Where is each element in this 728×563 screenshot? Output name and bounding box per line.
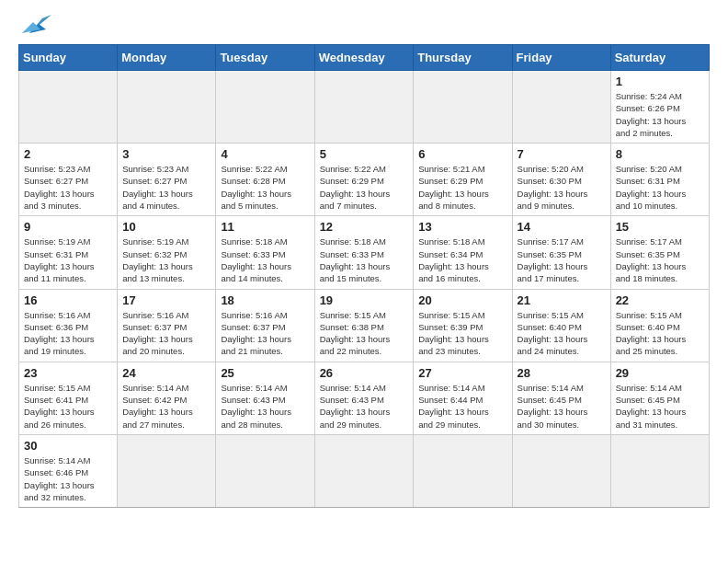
day-info: Sunrise: 5:17 AM Sunset: 6:35 PM Dayligh… bbox=[616, 236, 704, 284]
day-info: Sunrise: 5:19 AM Sunset: 6:32 PM Dayligh… bbox=[122, 236, 210, 284]
calendar-cell: 9Sunrise: 5:19 AM Sunset: 6:31 PM Daylig… bbox=[19, 216, 118, 289]
day-number: 16 bbox=[24, 293, 112, 307]
calendar-cell: 28Sunrise: 5:14 AM Sunset: 6:45 PM Dayli… bbox=[512, 362, 610, 434]
day-number: 4 bbox=[221, 147, 309, 161]
day-info: Sunrise: 5:15 AM Sunset: 6:39 PM Dayligh… bbox=[418, 309, 506, 358]
calendar-cell: 16Sunrise: 5:16 AM Sunset: 6:36 PM Dayli… bbox=[19, 289, 118, 362]
calendar-header-thursday: Thursday bbox=[414, 45, 512, 71]
day-number: 17 bbox=[122, 293, 210, 307]
calendar-cell bbox=[512, 434, 610, 507]
day-number: 25 bbox=[221, 366, 309, 380]
calendar-week-2: 2Sunrise: 5:23 AM Sunset: 6:27 PM Daylig… bbox=[19, 144, 710, 216]
day-info: Sunrise: 5:17 AM Sunset: 6:35 PM Dayligh… bbox=[518, 236, 606, 284]
calendar-cell: 12Sunrise: 5:18 AM Sunset: 6:33 PM Dayli… bbox=[314, 216, 414, 289]
day-info: Sunrise: 5:20 AM Sunset: 6:31 PM Dayligh… bbox=[616, 163, 704, 212]
calendar-week-5: 23Sunrise: 5:15 AM Sunset: 6:41 PM Dayli… bbox=[19, 362, 710, 434]
calendar-header-tuesday: Tuesday bbox=[216, 45, 314, 71]
calendar-cell: 17Sunrise: 5:16 AM Sunset: 6:37 PM Dayli… bbox=[118, 289, 216, 362]
calendar-cell: 6Sunrise: 5:21 AM Sunset: 6:29 PM Daylig… bbox=[414, 144, 512, 216]
calendar-cell: 4Sunrise: 5:22 AM Sunset: 6:28 PM Daylig… bbox=[216, 144, 314, 216]
day-info: Sunrise: 5:14 AM Sunset: 6:44 PM Dayligh… bbox=[418, 382, 506, 431]
calendar-cell: 22Sunrise: 5:15 AM Sunset: 6:40 PM Dayli… bbox=[610, 289, 709, 362]
day-info: Sunrise: 5:20 AM Sunset: 6:30 PM Dayligh… bbox=[518, 163, 606, 212]
day-number: 24 bbox=[122, 366, 210, 380]
calendar-header-sunday: Sunday bbox=[19, 45, 118, 71]
logo-icon bbox=[22, 15, 51, 37]
calendar-cell: 25Sunrise: 5:14 AM Sunset: 6:43 PM Dayli… bbox=[216, 362, 314, 434]
calendar-cell: 14Sunrise: 5:17 AM Sunset: 6:35 PM Dayli… bbox=[512, 216, 610, 289]
day-info: Sunrise: 5:16 AM Sunset: 6:36 PM Dayligh… bbox=[24, 309, 112, 358]
calendar-cell: 24Sunrise: 5:14 AM Sunset: 6:42 PM Dayli… bbox=[118, 362, 216, 434]
calendar-header-wednesday: Wednesday bbox=[314, 45, 414, 71]
day-info: Sunrise: 5:18 AM Sunset: 6:34 PM Dayligh… bbox=[418, 236, 506, 284]
day-info: Sunrise: 5:21 AM Sunset: 6:29 PM Dayligh… bbox=[418, 163, 506, 212]
calendar-cell bbox=[118, 434, 216, 507]
day-info: Sunrise: 5:18 AM Sunset: 6:33 PM Dayligh… bbox=[320, 236, 409, 284]
day-info: Sunrise: 5:14 AM Sunset: 6:43 PM Dayligh… bbox=[320, 382, 409, 431]
day-number: 6 bbox=[418, 147, 506, 161]
day-number: 15 bbox=[616, 220, 704, 234]
day-info: Sunrise: 5:16 AM Sunset: 6:37 PM Dayligh… bbox=[221, 309, 309, 358]
day-info: Sunrise: 5:15 AM Sunset: 6:40 PM Dayligh… bbox=[616, 309, 704, 358]
calendar-cell: 26Sunrise: 5:14 AM Sunset: 6:43 PM Dayli… bbox=[314, 362, 414, 434]
calendar-cell bbox=[314, 434, 414, 507]
calendar-cell bbox=[118, 71, 216, 144]
day-info: Sunrise: 5:14 AM Sunset: 6:42 PM Dayligh… bbox=[122, 382, 210, 431]
calendar-cell: 11Sunrise: 5:18 AM Sunset: 6:33 PM Dayli… bbox=[216, 216, 314, 289]
logo bbox=[18, 15, 51, 37]
calendar-cell bbox=[216, 71, 314, 144]
calendar-cell: 19Sunrise: 5:15 AM Sunset: 6:38 PM Dayli… bbox=[314, 289, 414, 362]
calendar-cell bbox=[216, 434, 314, 507]
day-info: Sunrise: 5:14 AM Sunset: 6:45 PM Dayligh… bbox=[616, 382, 704, 431]
page-header bbox=[18, 15, 710, 37]
day-number: 12 bbox=[320, 220, 409, 234]
calendar-cell bbox=[414, 434, 512, 507]
day-number: 8 bbox=[616, 147, 704, 161]
day-number: 27 bbox=[418, 366, 506, 380]
calendar-cell: 15Sunrise: 5:17 AM Sunset: 6:35 PM Dayli… bbox=[610, 216, 709, 289]
calendar-cell: 3Sunrise: 5:23 AM Sunset: 6:27 PM Daylig… bbox=[118, 144, 216, 216]
day-info: Sunrise: 5:22 AM Sunset: 6:28 PM Dayligh… bbox=[221, 163, 309, 212]
calendar-header-monday: Monday bbox=[118, 45, 216, 71]
calendar-header-row: SundayMondayTuesdayWednesdayThursdayFrid… bbox=[19, 45, 710, 71]
day-info: Sunrise: 5:22 AM Sunset: 6:29 PM Dayligh… bbox=[320, 163, 409, 212]
day-number: 29 bbox=[616, 366, 704, 380]
calendar-cell: 1Sunrise: 5:24 AM Sunset: 6:26 PM Daylig… bbox=[610, 71, 709, 144]
day-number: 5 bbox=[320, 147, 409, 161]
day-info: Sunrise: 5:15 AM Sunset: 6:38 PM Dayligh… bbox=[320, 309, 409, 358]
day-number: 22 bbox=[616, 293, 704, 307]
day-number: 1 bbox=[616, 75, 704, 88]
calendar-cell: 27Sunrise: 5:14 AM Sunset: 6:44 PM Dayli… bbox=[414, 362, 512, 434]
calendar-cell bbox=[314, 71, 414, 144]
calendar-cell bbox=[610, 434, 709, 507]
calendar-cell: 7Sunrise: 5:20 AM Sunset: 6:30 PM Daylig… bbox=[512, 144, 610, 216]
day-number: 23 bbox=[24, 366, 112, 380]
day-number: 14 bbox=[518, 220, 606, 234]
day-number: 11 bbox=[221, 220, 309, 234]
day-info: Sunrise: 5:15 AM Sunset: 6:41 PM Dayligh… bbox=[24, 382, 112, 431]
calendar-cell bbox=[414, 71, 512, 144]
day-number: 13 bbox=[418, 220, 506, 234]
day-info: Sunrise: 5:23 AM Sunset: 6:27 PM Dayligh… bbox=[24, 163, 112, 212]
day-info: Sunrise: 5:18 AM Sunset: 6:33 PM Dayligh… bbox=[221, 236, 309, 284]
calendar-cell: 20Sunrise: 5:15 AM Sunset: 6:39 PM Dayli… bbox=[414, 289, 512, 362]
day-number: 7 bbox=[518, 147, 606, 161]
day-info: Sunrise: 5:24 AM Sunset: 6:26 PM Dayligh… bbox=[616, 90, 704, 139]
day-number: 10 bbox=[122, 220, 210, 234]
day-number: 26 bbox=[320, 366, 409, 380]
calendar-cell: 18Sunrise: 5:16 AM Sunset: 6:37 PM Dayli… bbox=[216, 289, 314, 362]
day-number: 9 bbox=[24, 220, 112, 234]
calendar-cell: 30Sunrise: 5:14 AM Sunset: 6:46 PM Dayli… bbox=[19, 434, 118, 507]
day-info: Sunrise: 5:14 AM Sunset: 6:43 PM Dayligh… bbox=[221, 382, 309, 431]
calendar-week-6: 30Sunrise: 5:14 AM Sunset: 6:46 PM Dayli… bbox=[19, 434, 710, 507]
calendar-table: SundayMondayTuesdayWednesdayThursdayFrid… bbox=[18, 44, 710, 508]
day-info: Sunrise: 5:14 AM Sunset: 6:45 PM Dayligh… bbox=[518, 382, 606, 431]
calendar-cell: 10Sunrise: 5:19 AM Sunset: 6:32 PM Dayli… bbox=[118, 216, 216, 289]
calendar-week-1: 1Sunrise: 5:24 AM Sunset: 6:26 PM Daylig… bbox=[19, 71, 710, 144]
calendar-cell: 23Sunrise: 5:15 AM Sunset: 6:41 PM Dayli… bbox=[19, 362, 118, 434]
calendar-week-3: 9Sunrise: 5:19 AM Sunset: 6:31 PM Daylig… bbox=[19, 216, 710, 289]
calendar-cell bbox=[512, 71, 610, 144]
day-number: 19 bbox=[320, 293, 409, 307]
calendar-cell: 5Sunrise: 5:22 AM Sunset: 6:29 PM Daylig… bbox=[314, 144, 414, 216]
day-number: 30 bbox=[24, 439, 112, 453]
